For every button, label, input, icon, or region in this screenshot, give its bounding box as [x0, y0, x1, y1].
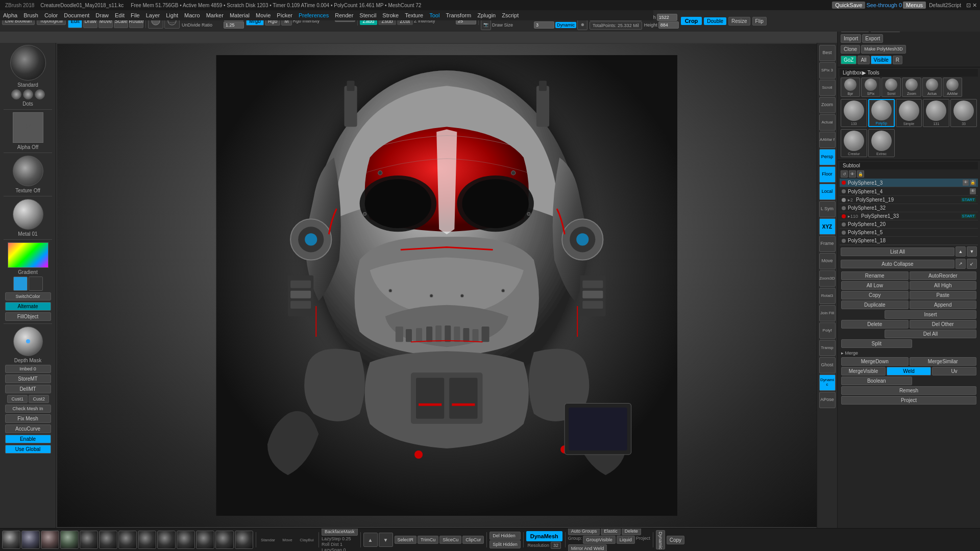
subtool-item[interactable]: PolySphere1_32: [840, 204, 978, 212]
copy-btn[interactable]: Copy: [841, 291, 909, 299]
paste-btn[interactable]: Paste: [910, 291, 977, 299]
delete-btn-bottom[interactable]: Delete: [622, 528, 641, 535]
menu-zscript[interactable]: Zscript: [499, 12, 522, 19]
menu-layer[interactable]: Layer: [143, 12, 163, 19]
scroll-btn[interactable]: Scroll: [819, 80, 836, 96]
project-btn[interactable]: Project: [841, 396, 976, 405]
menu-color[interactable]: Color: [41, 12, 61, 19]
subtool-item[interactable]: PolySphere1_4 👁: [840, 187, 978, 196]
brush-orb-cr[interactable]: [215, 531, 234, 549]
st-lock-1[interactable]: 🔒: [970, 180, 976, 186]
goz-btn[interactable]: GoZ: [841, 56, 856, 64]
clip-curve-btn[interactable]: ClipCur: [462, 536, 484, 544]
make-polymesh-btn[interactable]: Make PolyMesh3D: [861, 45, 906, 54]
brush-claybui[interactable]: [41, 531, 59, 549]
del-imt-btn[interactable]: DelIMT: [5, 385, 51, 393]
all-high-btn[interactable]: All High: [910, 281, 977, 290]
floor-btn[interactable]: Floor: [819, 166, 836, 183]
up-arrow-btn[interactable]: ▲: [955, 246, 966, 257]
menu-movie[interactable]: Movie: [253, 12, 274, 19]
thumb-actual[interactable]: Actua: [922, 78, 942, 97]
lsym-btn[interactable]: L Sym: [819, 201, 836, 217]
menu-picker[interactable]: Picker: [274, 12, 296, 19]
all-btn[interactable]: All: [857, 56, 869, 64]
auto-groups-btn[interactable]: Auto Groups: [568, 528, 600, 535]
resize-btn[interactable]: Resize: [728, 17, 750, 26]
insert-btn[interactable]: Insert: [885, 310, 976, 319]
all-low-btn[interactable]: All Low: [841, 281, 909, 290]
uv-btn[interactable]: Uv: [932, 367, 976, 375]
remesh-btn[interactable]: Remesh: [841, 386, 976, 395]
ac-arrow-2[interactable]: ↙: [967, 259, 977, 269]
import-btn[interactable]: Import: [841, 34, 861, 43]
rename-btn[interactable]: Rename: [841, 271, 909, 280]
spi-btn[interactable]: SPix 3: [819, 62, 836, 79]
slice-curve-btn[interactable]: SliceCu: [439, 536, 461, 544]
zoom3d-btn[interactable]: Zoom3D: [819, 270, 836, 287]
dynamic-solo-btn[interactable]: Dynamic Solo: [656, 530, 665, 549]
st-rotate-icon[interactable]: ↺: [841, 170, 848, 178]
color-swatch[interactable]: [8, 242, 48, 268]
dynamesh-btn[interactable]: DynaMesh: [526, 531, 562, 541]
lb-thumb-creatur1[interactable]: Creatur: [841, 129, 867, 157]
menu-preferences[interactable]: Preferences: [296, 12, 332, 19]
weld-btn[interactable]: Weld: [887, 367, 931, 375]
delete-btn[interactable]: Delete: [841, 320, 909, 329]
st-eye-1[interactable]: 👁: [963, 180, 969, 186]
menu-brush[interactable]: Brush: [20, 12, 41, 19]
apose-btn[interactable]: APose: [819, 392, 836, 408]
thumb-spi[interactable]: SPix: [861, 78, 880, 97]
join-fill-btn[interactable]: Join Fill: [819, 305, 836, 321]
curve-up-btn[interactable]: ▲: [363, 533, 378, 547]
r-btn[interactable]: R: [893, 56, 902, 64]
material-preview[interactable]: [13, 199, 43, 230]
brush-move[interactable]: [21, 531, 40, 549]
mirror-weld-btn[interactable]: Mirror And Weld: [568, 544, 607, 551]
fix-mesh-btn[interactable]: Fix Mesh: [5, 414, 51, 423]
brush-snakec[interactable]: [177, 531, 195, 549]
del-all-btn[interactable]: Del All: [885, 330, 976, 338]
menu-render[interactable]: Render: [332, 12, 356, 19]
subtool-item[interactable]: ▸110 PolySphere1_33 START: [840, 212, 978, 220]
menu-stroke[interactable]: Stroke: [379, 12, 402, 19]
zoom-btn[interactable]: Zoom: [819, 97, 836, 113]
menus-btn[interactable]: Menus: [903, 2, 926, 9]
brush-monste[interactable]: [235, 531, 253, 549]
brush-inflat[interactable]: [138, 531, 156, 549]
local-btn[interactable]: Local: [819, 184, 836, 200]
lightbox-title[interactable]: Lightbox▶ Tools: [840, 69, 978, 77]
menu-light[interactable]: Light: [163, 12, 181, 19]
ghost-btn[interactable]: Ghost: [819, 357, 836, 373]
menu-draw[interactable]: Draw: [92, 12, 112, 19]
menu-texture[interactable]: Texture: [402, 12, 426, 19]
camera-icon[interactable]: 📷: [481, 20, 491, 30]
menu-file[interactable]: File: [128, 12, 143, 19]
aamark-btn[interactable]: AAMar f: [819, 132, 836, 148]
menu-alpha[interactable]: Alpha: [0, 12, 20, 19]
elastic-btn[interactable]: Elastic: [601, 528, 621, 535]
thumb-aamar[interactable]: AAMar: [943, 78, 962, 97]
dynamic-badge[interactable]: Dynamic: [555, 22, 576, 28]
use-global-btn[interactable]: Use Global: [5, 445, 51, 454]
polyf-btn[interactable]: Polyf: [819, 322, 836, 339]
flip-btn[interactable]: Flip: [752, 17, 767, 26]
color-foreground[interactable]: [13, 277, 28, 291]
dynami-btn[interactable]: Dynami c: [819, 374, 836, 391]
lb-thumb-131[interactable]: 131: [923, 99, 949, 127]
symmetry-icon[interactable]: ⊕: [577, 20, 587, 30]
select-rect-btn[interactable]: SelectR: [395, 536, 417, 544]
brush-dam[interactable]: [60, 531, 79, 549]
brush-polish[interactable]: [99, 531, 117, 549]
menu-document[interactable]: Document: [61, 12, 92, 19]
thumb-bpr[interactable]: Bpr: [841, 78, 860, 97]
lb-thumb-simplesph[interactable]: Simple: [896, 99, 922, 127]
dot-sample-2[interactable]: [23, 89, 33, 99]
lb-thumb-polysphere[interactable]: PolySp: [868, 99, 895, 127]
export-btn[interactable]: Export: [862, 34, 883, 43]
alternate-btn[interactable]: Alternate: [5, 302, 51, 311]
dot-sample-3[interactable]: [35, 89, 45, 99]
depth-sphere[interactable]: [13, 327, 43, 356]
main-canvas[interactable]: [56, 43, 837, 528]
see-through-link[interactable]: See-through 0: [866, 2, 902, 8]
append-btn[interactable]: Append: [910, 300, 977, 309]
